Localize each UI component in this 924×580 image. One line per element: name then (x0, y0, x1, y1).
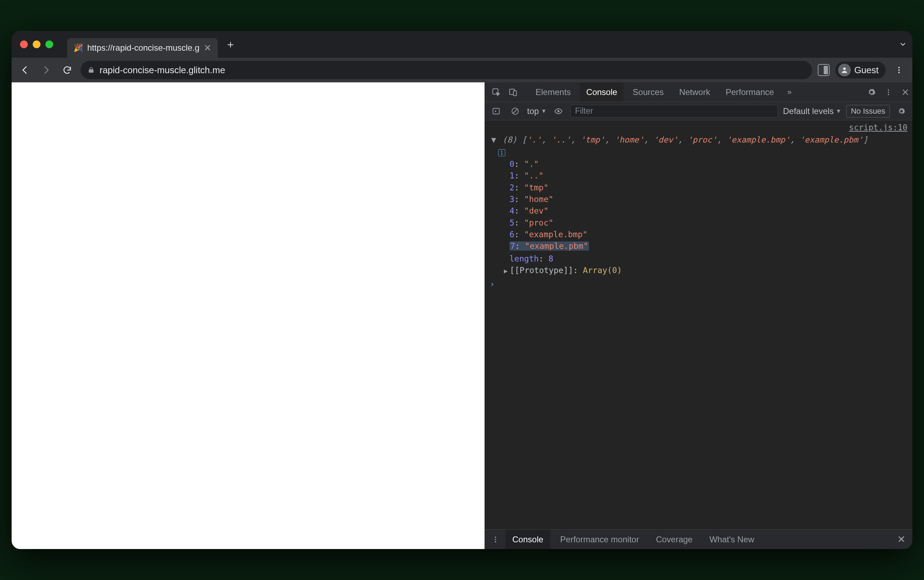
console-output[interactable]: script.js:10 ▼ (8) ['.', '..', 'tmp', 'h… (485, 120, 912, 529)
tab-network[interactable]: Network (673, 82, 717, 102)
svg-rect-6 (513, 91, 516, 96)
array-entry: 1: ".." (510, 170, 908, 181)
close-drawer-button[interactable]: ✕ (894, 534, 909, 545)
window-controls (20, 41, 53, 48)
info-badge-icon[interactable]: i (498, 149, 505, 156)
array-entry: 6: "example.bmp" (510, 229, 908, 241)
svg-point-2 (898, 69, 900, 71)
browser-tab[interactable]: 🎉 https://rapid-concise-muscle.g ✕ (67, 38, 218, 58)
issues-button[interactable]: No Issues (846, 105, 890, 117)
devtools-drawer: Console Performance monitor Coverage Wha… (485, 529, 912, 549)
maximize-window-button[interactable] (45, 41, 53, 48)
svg-point-1 (898, 67, 900, 68)
tab-console[interactable]: Console (580, 82, 623, 102)
back-button[interactable] (17, 62, 33, 78)
address-bar[interactable]: rapid-concise-muscle.glitch.me (81, 61, 812, 79)
svg-point-15 (495, 541, 496, 542)
kebab-menu-button[interactable] (891, 62, 907, 78)
array-entry: 2: "tmp" (510, 182, 908, 194)
array-entry: 7: "example.pbm" (510, 241, 908, 252)
prototype-row[interactable]: ▶[[Prototype]]: Array(0) (491, 265, 908, 276)
svg-point-14 (495, 539, 496, 540)
minimize-window-button[interactable] (33, 41, 41, 48)
array-entry: 5: "proc" (510, 217, 908, 229)
devtools-menu-button[interactable] (881, 85, 896, 99)
close-tab-button[interactable]: ✕ (204, 43, 212, 53)
tab-title: https://rapid-concise-muscle.g (87, 43, 199, 53)
tab-sources[interactable]: Sources (626, 82, 670, 102)
svg-point-7 (888, 89, 889, 91)
close-window-button[interactable] (20, 41, 28, 48)
panel-toggle-icon[interactable] (818, 64, 830, 76)
lock-icon (88, 66, 95, 74)
clear-console-button[interactable] (508, 104, 522, 118)
context-selector[interactable]: top▼ (527, 106, 546, 116)
array-summary: (8) ['.', '..', 'tmp', 'home', 'dev', 'p… (503, 135, 868, 144)
drawer-tab-console[interactable]: Console (505, 530, 550, 549)
log-entry[interactable]: ▼ (8) ['.', '..', 'tmp', 'home', 'dev', … (485, 133, 912, 276)
tab-elements[interactable]: Elements (529, 82, 577, 102)
array-entries: 0: "."1: ".."2: "tmp"3: "home"4: "dev"5:… (491, 158, 908, 252)
drawer-tab-whats-new[interactable]: What's New (702, 530, 761, 549)
devtools-panel: Elements Console Sources Network Perform… (485, 82, 912, 549)
array-entry: 4: "dev" (510, 205, 908, 217)
svg-point-13 (495, 536, 496, 538)
new-tab-button[interactable]: ＋ (224, 37, 237, 51)
url-text: rapid-concise-muscle.glitch.me (100, 65, 225, 76)
svg-point-3 (898, 72, 900, 73)
browser-toolbar: rapid-concise-muscle.glitch.me Guest (12, 58, 912, 82)
live-expression-button[interactable] (551, 104, 566, 118)
collapse-icon[interactable]: ▼ (491, 134, 498, 146)
drawer-menu-button[interactable] (488, 532, 503, 547)
console-settings-button[interactable] (895, 107, 908, 115)
console-toolbar: top▼ Default levels▼ No Issues (485, 102, 912, 120)
array-entry: 3: "home" (510, 194, 908, 205)
drawer-tab-coverage[interactable]: Coverage (649, 530, 699, 549)
svg-point-12 (557, 110, 559, 112)
more-tabs-button[interactable]: » (783, 87, 796, 97)
tab-strip: 🎉 https://rapid-concise-muscle.g ✕ ＋ (12, 31, 912, 58)
devtools-tabbar: Elements Console Sources Network Perform… (485, 82, 912, 102)
devtools-settings-button[interactable] (865, 85, 879, 99)
profile-button[interactable]: Guest (835, 62, 886, 79)
drawer-tab-perf-monitor[interactable]: Performance monitor (553, 530, 646, 549)
console-filter-input[interactable] (571, 105, 778, 117)
profile-label: Guest (854, 65, 879, 76)
array-length: 8 (549, 254, 554, 263)
browser-window: 🎉 https://rapid-concise-muscle.g ✕ ＋ rap… (12, 31, 912, 549)
tab-performance[interactable]: Performance (719, 82, 780, 102)
array-entry: 0: "." (510, 158, 908, 170)
avatar-icon (838, 64, 851, 76)
toggle-sidebar-button[interactable] (489, 104, 503, 118)
source-link[interactable]: script.js:10 (485, 120, 912, 133)
console-prompt[interactable]: › (485, 276, 912, 292)
page-viewport[interactable] (12, 82, 485, 549)
reload-button[interactable] (59, 62, 75, 78)
svg-point-8 (888, 92, 889, 93)
tab-favicon: 🎉 (74, 43, 83, 53)
device-toolbar-button[interactable] (506, 85, 520, 99)
close-devtools-button[interactable] (898, 85, 912, 99)
content-area: Elements Console Sources Network Perform… (12, 82, 912, 549)
forward-button[interactable] (38, 62, 54, 78)
svg-point-9 (888, 94, 889, 95)
svg-point-0 (843, 68, 845, 70)
tabs-menu-button[interactable] (899, 41, 907, 48)
inspect-element-button[interactable] (489, 85, 503, 99)
log-levels-selector[interactable]: Default levels▼ (783, 106, 841, 116)
